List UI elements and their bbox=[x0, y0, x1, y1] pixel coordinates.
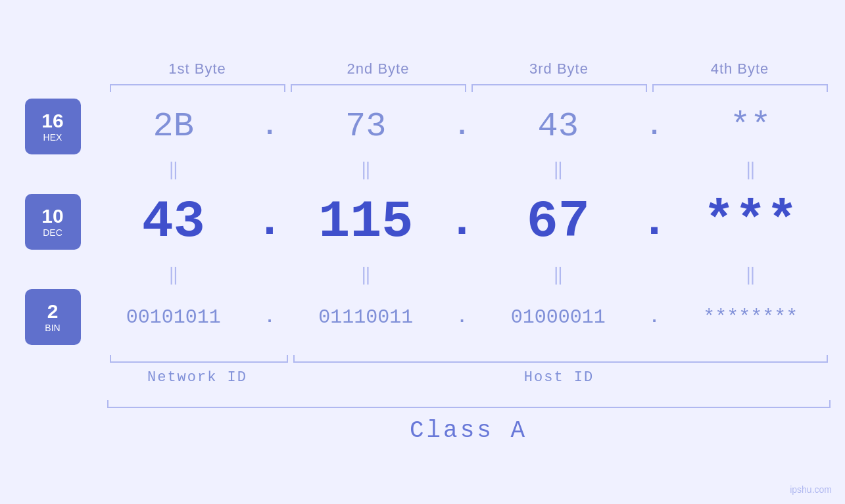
bottom-section: Network ID Host ID bbox=[107, 352, 831, 386]
eq1-b1: ‖ bbox=[94, 159, 254, 180]
bin-row: 00101011 . 01110011 . 01000011 . *******… bbox=[94, 288, 831, 347]
bin-b1: 00101011 bbox=[94, 306, 254, 329]
watermark: ipshu.com bbox=[790, 484, 832, 495]
bin-b2: 01110011 bbox=[286, 306, 446, 329]
byte3-header: 3rd Byte bbox=[469, 60, 650, 78]
byte2-header: 2nd Byte bbox=[288, 60, 469, 78]
main-container: 1st Byte 2nd Byte 3rd Byte 4th Byte 16 H… bbox=[0, 0, 845, 504]
bin-badge: 2 BIN bbox=[25, 289, 81, 345]
bottom-brackets bbox=[107, 352, 831, 363]
hex-row: 2B . 73 . 43 . ** bbox=[94, 97, 831, 156]
bin-badge-num: 2 bbox=[47, 302, 59, 321]
class-bracket bbox=[107, 398, 831, 408]
bin-b3: 01000011 bbox=[479, 306, 639, 329]
hex-b4: ** bbox=[671, 107, 831, 146]
dec-badge-label: DEC bbox=[43, 227, 62, 238]
hex-dot3: . bbox=[638, 111, 671, 143]
eq1-b4: ‖ bbox=[671, 159, 831, 180]
network-id-label: Network ID bbox=[107, 369, 288, 386]
data-area: 2B . 73 . 43 . ** ‖ ‖ ‖ ‖ 43 . bbox=[94, 97, 831, 347]
dec-b2: 115 bbox=[286, 192, 446, 252]
eq1-b2: ‖ bbox=[286, 159, 446, 180]
eq2-b2: ‖ bbox=[286, 264, 446, 285]
dec-dot3: . bbox=[638, 196, 671, 248]
content-area: 16 HEX 10 DEC 2 BIN 2B . 73 . 43 . ** bbox=[15, 97, 831, 347]
id-labels: Network ID Host ID bbox=[107, 369, 831, 386]
bin-dot1: . bbox=[253, 308, 286, 327]
bin-dot3: . bbox=[638, 308, 671, 327]
network-bottom-bracket bbox=[110, 352, 288, 363]
hex-dot1: . bbox=[253, 111, 286, 143]
top-bracket-4 bbox=[652, 84, 828, 95]
hex-b1: 2B bbox=[94, 107, 254, 146]
bin-b4: ******** bbox=[671, 306, 831, 329]
badges-column: 16 HEX 10 DEC 2 BIN bbox=[15, 99, 94, 345]
top-bracket-1 bbox=[110, 84, 285, 95]
dec-b3: 67 bbox=[479, 192, 639, 252]
bin-dot2: . bbox=[446, 308, 479, 327]
class-label: Class A bbox=[107, 417, 831, 444]
dec-dot2: . bbox=[446, 196, 479, 248]
equals-row-2: ‖ ‖ ‖ ‖ bbox=[94, 262, 831, 288]
host-id-label: Host ID bbox=[288, 369, 831, 386]
dec-row: 43 . 115 . 67 . *** bbox=[94, 183, 831, 262]
top-bracket-2 bbox=[291, 84, 466, 95]
byte1-header: 1st Byte bbox=[107, 60, 288, 78]
dec-b1: 43 bbox=[94, 192, 254, 252]
eq2-b3: ‖ bbox=[479, 264, 639, 285]
dec-badge-num: 10 bbox=[41, 206, 63, 226]
hex-badge-num: 16 bbox=[41, 111, 63, 131]
dec-b4: *** bbox=[671, 192, 831, 252]
top-bracket-3 bbox=[471, 84, 647, 95]
byte4-header: 4th Byte bbox=[650, 60, 831, 78]
eq2-b4: ‖ bbox=[671, 264, 831, 285]
dec-badge: 10 DEC bbox=[25, 194, 81, 250]
eq1-b3: ‖ bbox=[479, 159, 639, 180]
top-brackets bbox=[107, 84, 831, 95]
equals-row-1: ‖ ‖ ‖ ‖ bbox=[94, 156, 831, 183]
bin-badge-label: BIN bbox=[45, 323, 60, 333]
hex-b3: 43 bbox=[479, 107, 639, 146]
dec-dot1: . bbox=[253, 196, 286, 248]
hex-b2: 73 bbox=[286, 107, 446, 146]
eq2-b1: ‖ bbox=[94, 264, 254, 285]
hex-badge: 16 HEX bbox=[25, 99, 81, 154]
byte-headers: 1st Byte 2nd Byte 3rd Byte 4th Byte bbox=[107, 60, 831, 78]
hex-badge-label: HEX bbox=[43, 132, 62, 143]
host-bottom-bracket bbox=[293, 352, 828, 363]
hex-dot2: . bbox=[446, 111, 479, 143]
